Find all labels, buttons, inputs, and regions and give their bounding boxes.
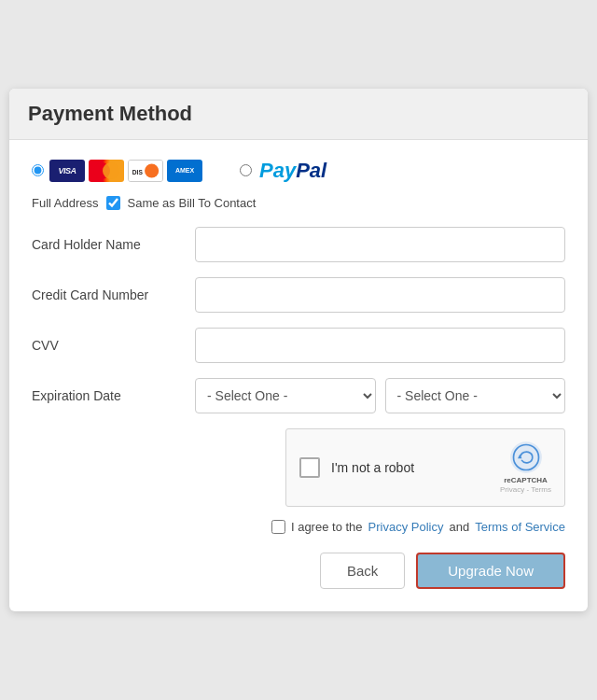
terms-and-text: and (449, 520, 469, 534)
credit-card-row: Credit Card Number (32, 277, 565, 313)
visa-icon: VISA (49, 160, 85, 182)
payment-method-card: Payment Method VISA (9, 89, 588, 612)
address-row: Full Address Same as Bill To Contact (32, 196, 565, 210)
expiration-year-select[interactable]: - Select One - 2024 2025 2026 2027 2028 … (385, 378, 566, 413)
credit-card-label: Credit Card Number (32, 287, 195, 302)
same-as-bill-checkbox[interactable] (106, 196, 120, 210)
buttons-row: Back Upgrade Now (32, 553, 565, 589)
full-address-label: Full Address (32, 196, 99, 210)
recaptcha-logo-icon (509, 441, 543, 474)
expiration-label: Expiration Date (32, 388, 195, 403)
card-header: Payment Method (9, 89, 588, 140)
credit-card-radio-group[interactable]: VISA DIS (32, 160, 202, 182)
credit-card-input[interactable] (195, 277, 565, 313)
discover-icon: DIS (128, 160, 163, 182)
svg-point-3 (145, 163, 159, 177)
recaptcha-label: I'm not a robot (331, 460, 414, 475)
recaptcha-checkbox[interactable] (299, 457, 320, 478)
paypal-radio[interactable] (240, 164, 252, 176)
svg-point-1 (103, 162, 119, 179)
mastercard-icon (89, 160, 124, 182)
cvv-input[interactable] (195, 328, 565, 363)
expiration-month-select[interactable]: - Select One - 01 - January 02 - Februar… (195, 378, 376, 413)
recaptcha-wrapper: I'm not a robot reCAPTCHA Privacy - Term… (195, 428, 565, 508)
amex-icon: AMEX (167, 160, 202, 182)
cvv-row: CVV (32, 328, 565, 363)
svg-text:DIS: DIS (132, 168, 144, 175)
terms-row: I agree to the Privacy Policy and Terms … (32, 520, 565, 534)
card-holder-row: Card Holder Name (32, 227, 565, 262)
page-title: Payment Method (28, 102, 569, 126)
recaptcha-left: I'm not a robot (299, 457, 414, 478)
privacy-policy-link[interactable]: Privacy Policy (368, 520, 444, 534)
upgrade-now-button[interactable]: Upgrade Now (416, 553, 565, 589)
terms-of-service-link[interactable]: Terms of Service (475, 520, 565, 534)
paypal-radio-group[interactable]: PayPal (240, 159, 326, 183)
back-button[interactable]: Back (320, 553, 405, 589)
recaptcha-brand-text: reCAPTCHA Privacy - Terms (500, 476, 551, 496)
terms-checkbox[interactable] (271, 520, 285, 534)
card-body: VISA DIS (9, 140, 588, 612)
same-as-bill-label: Same as Bill To Contact (128, 196, 257, 210)
card-holder-label: Card Holder Name (32, 237, 195, 252)
recaptcha-box[interactable]: I'm not a robot reCAPTCHA Privacy - Term… (285, 428, 565, 508)
expiration-row: Expiration Date - Select One - 01 - Janu… (32, 378, 565, 413)
credit-card-radio[interactable] (32, 164, 44, 176)
recaptcha-right: reCAPTCHA Privacy - Terms (500, 441, 551, 496)
paypal-logo: PayPal (259, 159, 326, 183)
expiration-selects: - Select One - 01 - January 02 - Februar… (195, 378, 565, 413)
svg-point-5 (510, 441, 542, 473)
card-holder-input[interactable] (195, 227, 565, 262)
card-icons: VISA DIS (49, 160, 202, 182)
payment-options-row: VISA DIS (32, 159, 565, 183)
cvv-label: CVV (32, 338, 195, 353)
terms-prefix: I agree to the (291, 520, 363, 534)
